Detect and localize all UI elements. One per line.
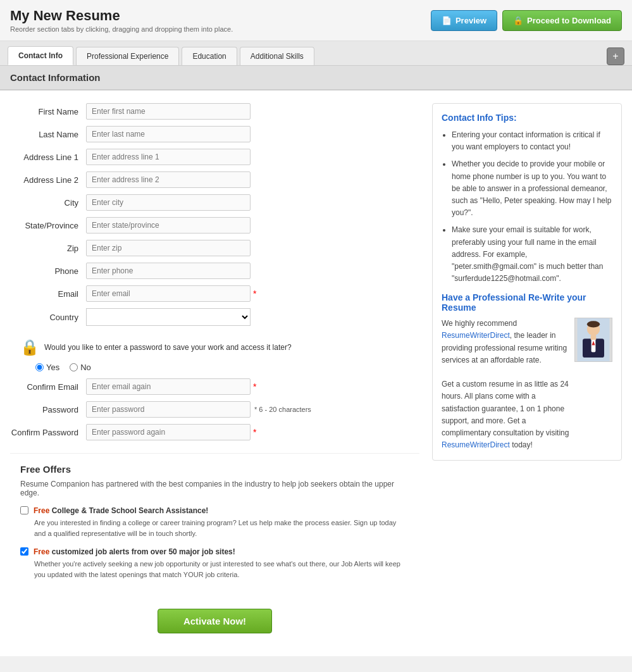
offer-1-free-badge: Free <box>34 506 49 515</box>
tab-professional-label: Professional Experience <box>87 52 168 61</box>
address2-input[interactable] <box>86 171 251 188</box>
radio-no-text: No <box>80 363 91 372</box>
offer-1-title: Free College & Trade School Search Assis… <box>34 506 208 515</box>
field-row-country: Country United States Canada United King… <box>10 308 419 326</box>
activate-section: Activate Now! <box>10 599 419 644</box>
label-password: Password <box>10 405 86 414</box>
add-tab-icon: + <box>612 51 618 62</box>
sidebar-tips-list: Entering your contact information is cri… <box>442 129 612 285</box>
offer-2-free-badge: Free <box>34 547 49 556</box>
label-email: Email <box>10 289 86 299</box>
activate-button[interactable]: Activate Now! <box>158 609 272 633</box>
radio-yes[interactable] <box>35 363 44 371</box>
svg-rect-4 <box>592 339 596 352</box>
country-select[interactable]: United States Canada United Kingdom <box>86 308 251 326</box>
last-name-input[interactable] <box>86 126 251 142</box>
preview-label: Preview <box>455 16 486 25</box>
field-row-city: City <box>10 194 419 211</box>
field-row-last-name: Last Name <box>10 126 419 142</box>
confirm-password-input[interactable] <box>86 424 251 440</box>
label-city: City <box>10 198 86 208</box>
address1-input[interactable] <box>86 149 251 165</box>
content-wrapper: First Name Last Name Address Line 1 Addr… <box>0 103 632 644</box>
download-label: Proceed to Download <box>527 16 611 25</box>
offer-2-desc: Whether you're actively seeking a new jo… <box>20 559 409 580</box>
zip-input[interactable] <box>86 240 251 256</box>
tip-2: Whether you decide to provide your mobil… <box>452 158 612 219</box>
promo-text3: Get a custom resume in as little as 24 h… <box>442 380 569 437</box>
offer-1-checkbox[interactable] <box>20 506 28 514</box>
offer-item-1: Free College & Trade School Search Assis… <box>20 506 409 538</box>
email-required-star: * <box>253 289 256 299</box>
label-first-name: First Name <box>10 107 86 116</box>
add-tab-button[interactable]: + <box>607 47 624 65</box>
tip-3: Make sure your email is suitable for wor… <box>452 224 612 285</box>
offer-2-title: Free customized job alerts from over 50 … <box>34 547 235 556</box>
field-row-confirm-email: Confirm Email * <box>10 378 409 395</box>
email-input[interactable] <box>86 285 251 302</box>
promo-text1: We highly recommend <box>442 319 517 328</box>
city-input[interactable] <box>86 194 251 211</box>
radio-no[interactable] <box>70 363 78 371</box>
offer-1-title-rest: College & Trade School Search Assistance… <box>52 506 209 515</box>
tab-education-label: Education <box>192 52 226 61</box>
radio-yes-text: Yes <box>46 363 59 372</box>
field-row-confirm-password: Confirm Password * <box>10 424 409 440</box>
lock-icon: 🔒 <box>20 339 39 356</box>
promo-person-image <box>574 318 612 362</box>
header-actions: 📄 Preview 🔒 Proceed to Download <box>431 10 622 31</box>
tab-additional-skills[interactable]: Additional Skills <box>240 47 314 65</box>
tab-professional-experience[interactable]: Professional Experience <box>76 47 179 65</box>
svg-rect-6 <box>591 335 597 340</box>
state-input[interactable] <box>86 217 251 233</box>
confirm-email-input[interactable] <box>86 378 251 395</box>
tab-contact-info-label: Contact Info <box>18 51 63 60</box>
free-offers-desc: Resume Companion has partnered with the … <box>20 480 409 497</box>
radio-no-label[interactable]: No <box>70 363 91 372</box>
download-button[interactable]: 🔒 Proceed to Download <box>502 10 622 31</box>
free-offers-title: Free Offers <box>20 464 409 475</box>
preview-button[interactable]: 📄 Preview <box>431 10 497 31</box>
sidebar-promo: Have a Professional Re-Write your Resume… <box>442 292 612 451</box>
section-header: Contact Information <box>0 66 632 90</box>
password-prompt-row: 🔒 Would you like to enter a password to … <box>10 339 409 356</box>
field-row-first-name: First Name <box>10 103 419 120</box>
field-row-address1: Address Line 1 <box>10 149 419 165</box>
phone-input[interactable] <box>86 263 251 279</box>
password-radio-group: Yes No <box>35 363 409 372</box>
first-name-input[interactable] <box>86 103 251 120</box>
label-state: State/Province <box>10 221 86 230</box>
promo-link1[interactable]: ResumeWriterDirect <box>442 331 510 340</box>
offer-2-checkbox[interactable] <box>20 547 28 556</box>
download-icon: 🔒 <box>513 16 523 25</box>
tab-education[interactable]: Education <box>182 47 237 65</box>
page-header: My New Resume Reorder section tabs by cl… <box>0 0 632 41</box>
form-section: First Name Last Name Address Line 1 Addr… <box>10 103 419 644</box>
password-prompt-text: Would you like to enter a password to sa… <box>44 343 292 352</box>
field-row-email: Email * <box>10 285 419 302</box>
field-row-password: Password * 6 - 20 characters <box>10 401 409 418</box>
label-confirm-email: Confirm Email <box>10 382 86 392</box>
tip-1: Entering your contact information is cri… <box>452 129 612 153</box>
label-phone: Phone <box>10 266 86 276</box>
tab-skills-label: Additional Skills <box>251 52 304 61</box>
person-svg <box>575 318 612 361</box>
sidebar-tips-title: Contact Info Tips: <box>442 113 612 123</box>
offer-1-header: Free College & Trade School Search Assis… <box>20 506 409 515</box>
sidebar: Contact Info Tips: Entering your contact… <box>432 103 622 644</box>
promo-link2[interactable]: ResumeWriterDirect <box>442 440 510 449</box>
tab-contact-info[interactable]: Contact Info <box>8 46 73 65</box>
sidebar-tips-box: Contact Info Tips: Entering your contact… <box>432 103 622 461</box>
password-input[interactable] <box>86 401 251 418</box>
radio-yes-label[interactable]: Yes <box>35 363 59 372</box>
header-subtitle: Reorder section tabs by clicking, draggi… <box>10 25 233 33</box>
activate-label: Activate Now! <box>183 616 246 626</box>
label-country: Country <box>10 313 86 322</box>
offer-2-title-rest: customized job alerts from over 50 major… <box>52 547 235 556</box>
confirm-email-required-star: * <box>253 382 256 392</box>
label-confirm-password: Confirm Password <box>10 428 86 437</box>
tabs-bar: Contact Info Professional Experience Edu… <box>0 41 632 66</box>
preview-icon: 📄 <box>442 16 452 25</box>
svg-point-2 <box>587 321 600 328</box>
label-zip: Zip <box>10 244 86 253</box>
